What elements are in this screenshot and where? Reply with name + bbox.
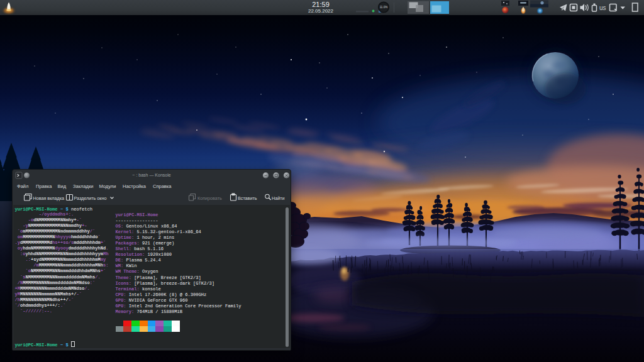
svg-text:11.0%: 11.0%	[380, 6, 388, 9]
svg-text:us: us	[599, 4, 606, 11]
